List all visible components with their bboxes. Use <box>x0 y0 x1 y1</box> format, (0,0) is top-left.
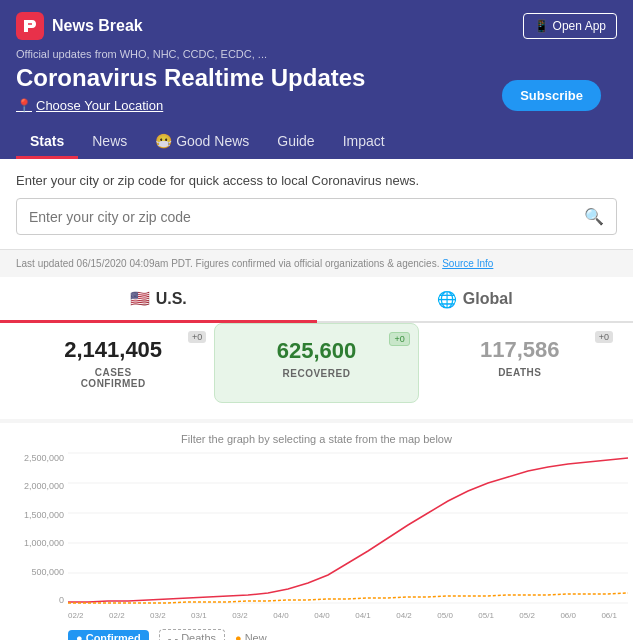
open-app-button[interactable]: 📱 Open App <box>523 13 617 39</box>
confirmed-legend[interactable]: ● Confirmed <box>68 630 149 640</box>
search-hint: Enter your city or zip code for quick ac… <box>16 173 617 188</box>
recovered-badge: +0 <box>389 332 409 346</box>
x-label: 02/2 <box>109 611 125 620</box>
recovered-label: RECOVERED <box>227 368 405 379</box>
graph-section: Filter the graph by selecting a state fr… <box>0 423 633 640</box>
recovered-value: 625,600 <box>227 338 405 364</box>
deaths-value: 117,586 <box>431 337 609 363</box>
stats-cards: +0 2,141,405 CASESCONFIRMED +0 625,600 R… <box>0 323 633 419</box>
x-label: 04/0 <box>273 611 289 620</box>
us-tab-label: U.S. <box>156 290 187 308</box>
y-label-6: 0 <box>16 595 64 605</box>
y-label-3: 1,500,000 <box>16 510 64 520</box>
deaths-line <box>68 593 628 603</box>
x-label: 03/1 <box>191 611 207 620</box>
x-label: 05/2 <box>519 611 535 620</box>
confirmed-label: CASESCONFIRMED <box>24 367 202 389</box>
tab-global[interactable]: 🌐 Global <box>317 277 634 321</box>
subscribe-button[interactable]: Subscribe <box>502 80 601 111</box>
x-label: 04/1 <box>355 611 371 620</box>
search-box: 🔍 <box>16 198 617 235</box>
x-label: 04/2 <box>396 611 412 620</box>
graph-hint: Filter the graph by selecting a state fr… <box>16 433 617 445</box>
location-pin-icon: 📍 <box>16 98 32 113</box>
deaths-badge: +0 <box>595 331 613 343</box>
confirmed-line <box>68 458 628 602</box>
chart-svg <box>68 453 617 605</box>
us-flag-icon: 🇺🇸 <box>130 289 150 308</box>
location-label: Choose Your Location <box>36 98 163 113</box>
nav-tabs: Stats News 😷 Good News Guide Impact <box>16 123 617 159</box>
y-label-4: 1,000,000 <box>16 538 64 548</box>
region-tabs: 🇺🇸 U.S. 🌐 Global <box>0 277 633 323</box>
update-info: Last updated 06/15/2020 04:09am PDT. Fig… <box>0 250 633 277</box>
tab-us[interactable]: 🇺🇸 U.S. <box>0 277 317 323</box>
tab-stats[interactable]: Stats <box>16 123 78 159</box>
update-text: Last updated 06/15/2020 04:09am PDT. Fig… <box>16 258 439 269</box>
x-label: 06/1 <box>601 611 617 620</box>
app-logo <box>16 12 44 40</box>
tab-impact[interactable]: Impact <box>329 123 399 159</box>
open-app-label: Open App <box>553 19 606 33</box>
y-label-1: 2,500,000 <box>16 453 64 463</box>
header-subtitle: Official updates from WHO, NHC, CCDC, EC… <box>16 48 617 60</box>
x-label: 05/0 <box>437 611 453 620</box>
tab-news[interactable]: News <box>78 123 141 159</box>
deaths-card: +0 117,586 DEATHS <box>419 323 621 403</box>
confirmed-value: 2,141,405 <box>24 337 202 363</box>
search-input[interactable] <box>29 209 584 225</box>
globe-icon: 🌐 <box>437 290 457 309</box>
deaths-label: DEATHS <box>431 367 609 378</box>
search-section: Enter your city or zip code for quick ac… <box>0 159 633 250</box>
confirmed-cases-card: +0 2,141,405 CASESCONFIRMED <box>12 323 214 403</box>
y-label-2: 2,000,000 <box>16 481 64 491</box>
mobile-icon: 📱 <box>534 19 549 33</box>
x-label: 03/2 <box>232 611 248 620</box>
x-label: 03/2 <box>150 611 166 620</box>
x-label: 04/0 <box>314 611 330 620</box>
tab-good-news[interactable]: 😷 Good News <box>141 123 263 159</box>
y-label-5: 500,000 <box>16 567 64 577</box>
x-label: 05/1 <box>478 611 494 620</box>
search-icon: 🔍 <box>584 207 604 226</box>
app-name: News Break <box>52 17 143 35</box>
deaths-legend[interactable]: - - Deaths <box>159 629 225 640</box>
x-label: 06/0 <box>560 611 576 620</box>
global-tab-label: Global <box>463 290 513 308</box>
tab-guide[interactable]: Guide <box>263 123 328 159</box>
confirmed-badge: +0 <box>188 331 206 343</box>
x-label: 02/2 <box>68 611 84 620</box>
recovered-card: +0 625,600 RECOVERED <box>214 323 418 403</box>
source-info-link[interactable]: Source Info <box>442 258 493 269</box>
new-legend: ● New <box>235 632 267 640</box>
